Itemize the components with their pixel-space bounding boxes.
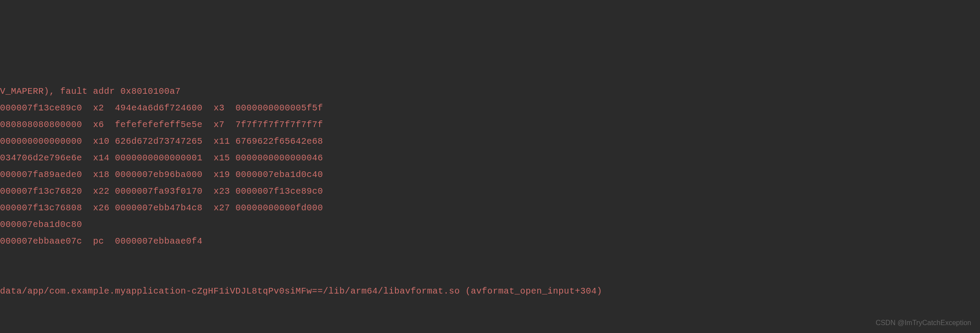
register-row: 080808080800000 x6 fefefefefeff5e5e x7 7… <box>0 117 980 133</box>
empty-line <box>0 250 980 266</box>
register-row: 000007f13ce89c0 x2 494e4a6d6f724600 x3 0… <box>0 100 980 117</box>
empty-line <box>0 266 980 283</box>
register-row: 034706d2e796e6e x14 0000000000000001 x15… <box>0 150 980 166</box>
watermark: CSDN @ImTryCatchException <box>876 316 971 329</box>
crash-log-output: V_MAPERR), fault addr 0x8010100a7000007f… <box>0 67 980 300</box>
signal-line: V_MAPERR), fault addr 0x8010100a7 <box>0 83 980 100</box>
backtrace-line: data/app/com.example.myapplication-cZgHF… <box>0 283 980 300</box>
register-row: 000007f13c76820 x22 0000007fa93f0170 x23… <box>0 183 980 200</box>
register-row: 000000000000000 x10 626d672d73747265 x11… <box>0 133 980 150</box>
register-row: 000007eba1d0c80 <box>0 216 980 233</box>
register-row: 000007ebbaae07c pc 0000007ebbaae0f4 <box>0 233 980 250</box>
register-row: 000007fa89aede0 x18 0000007eb96ba000 x19… <box>0 166 980 183</box>
register-row: 000007f13c76808 x26 0000007ebb47b4c8 x27… <box>0 200 980 216</box>
